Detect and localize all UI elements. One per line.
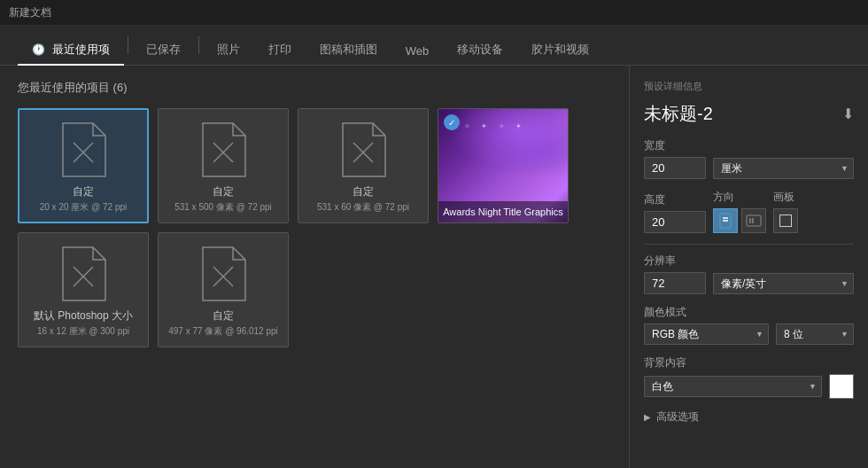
height-input[interactable] <box>644 211 706 233</box>
bg-content-row: 白色 背景色 透明 ▼ <box>644 374 854 399</box>
preset-sublabel-5: 16 x 12 厘米 @ 300 ppi <box>37 325 129 338</box>
resolution-unit-select[interactable]: 像素/英寸 像素/厘米 <box>713 273 854 294</box>
doc-icon-3 <box>337 120 389 180</box>
tab-photos[interactable]: 照片 <box>203 35 254 65</box>
bg-content-label: 背景内容 <box>644 355 854 370</box>
panel-section-title: 预设详细信息 <box>644 80 854 93</box>
orientation-buttons <box>713 208 766 233</box>
height-label: 高度 <box>644 192 706 207</box>
doc-icon-6 <box>198 244 249 304</box>
color-mode-wrapper: RGB 颜色 CMYK 颜色 灰度 ▼ <box>644 324 769 345</box>
preset-card-custom4[interactable]: 自定 497 x 77 像素 @ 96.012 ppi <box>158 232 289 347</box>
tab-filmvideo[interactable]: 胶片和视频 <box>517 35 603 65</box>
advanced-options-toggle[interactable]: ▶ 高级选项 <box>644 410 854 425</box>
bg-content-wrapper: 白色 背景色 透明 ▼ <box>644 376 822 397</box>
preset-card-custom1[interactable]: 自定 20 x 20 厘米 @ 72 ppi <box>18 108 149 223</box>
awards-label: Awards Night Title Graphics <box>438 201 568 222</box>
color-mode-field-block: 颜色模式 RGB 颜色 CMYK 颜色 灰度 ▼ 8 位 16 位 32 位 <box>644 305 854 345</box>
portrait-btn[interactable] <box>713 208 738 233</box>
preset-sublabel-6: 497 x 77 像素 @ 96.012 ppi <box>168 325 278 338</box>
tab-mobile[interactable]: 移动设备 <box>443 35 517 65</box>
resolution-row: 像素/英寸 像素/厘米 ▼ <box>644 272 854 294</box>
preset-sublabel-3: 531 x 60 像素 @ 72 ppi <box>317 201 409 214</box>
svg-rect-13 <box>747 215 761 226</box>
width-unit-select[interactable]: 厘米 像素 英寸 毫米 <box>713 158 854 179</box>
bit-depth-select[interactable]: 8 位 16 位 32 位 <box>776 324 854 345</box>
color-mode-select[interactable]: RGB 颜色 CMYK 颜色 灰度 <box>644 324 769 345</box>
tab-divider-1 <box>128 36 128 54</box>
canvas-label: 画板 <box>773 190 800 205</box>
preset-sublabel-1: 20 x 20 厘米 @ 72 ppi <box>40 201 128 214</box>
width-row: 厘米 像素 英寸 毫米 ▼ <box>644 157 854 179</box>
tab-recent[interactable]: 🕐 最近使用项 <box>18 35 124 65</box>
preset-card-photoshop[interactable]: 默认 Photoshop 大小 16 x 12 厘米 @ 300 ppi <box>18 232 149 347</box>
title-bar: 新建文档 <box>0 0 868 25</box>
preset-label-3: 自定 <box>353 185 374 199</box>
preset-card-custom2[interactable]: 自定 531 x 500 像素 @ 72 ppi <box>158 108 289 223</box>
doc-icon-2 <box>198 120 249 180</box>
orientation-label: 方向 <box>713 190 766 205</box>
doc-icon-1 <box>58 120 109 180</box>
preset-label-5: 默认 Photoshop 大小 <box>34 309 133 324</box>
height-group: 高度 <box>644 192 706 233</box>
canvas-square-icon <box>779 214 792 227</box>
preset-label-1: 自定 <box>73 185 94 199</box>
canvas-btn[interactable] <box>773 208 798 233</box>
width-input[interactable] <box>644 157 706 179</box>
height-orientation-block: 高度 方向 <box>644 190 854 233</box>
tab-illustrate[interactable]: 图稿和插图 <box>306 35 391 65</box>
color-mode-row: RGB 颜色 CMYK 颜色 灰度 ▼ 8 位 16 位 32 位 ▼ <box>644 324 854 345</box>
bit-depth-wrapper: 8 位 16 位 32 位 ▼ <box>776 324 854 345</box>
landscape-btn[interactable] <box>741 208 766 233</box>
resolution-unit-wrapper: 像素/英寸 像素/厘米 ▼ <box>713 273 854 294</box>
bg-color-swatch[interactable] <box>829 374 854 399</box>
advanced-label: 高级选项 <box>656 410 699 425</box>
preset-sublabel-2: 531 x 500 像素 @ 72 ppi <box>174 201 272 214</box>
save-cloud-icon[interactable]: ⬇ <box>842 105 854 122</box>
title-bar-label: 新建文档 <box>9 5 51 20</box>
tab-divider-2 <box>198 36 199 54</box>
left-panel: 您最近使用的项目 (6) 自定 20 x 20 厘米 @ 72 ppi <box>0 66 629 468</box>
orientation-group: 方向 <box>713 190 766 233</box>
resolution-field-block: 分辨率 像素/英寸 像素/厘米 ▼ <box>644 254 854 294</box>
width-label: 宽度 <box>644 138 854 153</box>
width-unit-wrapper: 厘米 像素 英寸 毫米 ▼ <box>713 158 854 179</box>
tab-saved[interactable]: 已保存 <box>132 35 195 65</box>
divider-1 <box>644 244 854 245</box>
clock-icon: 🕐 <box>32 43 45 56</box>
bg-content-field-block: 背景内容 白色 背景色 透明 ▼ <box>644 355 854 399</box>
width-field-block: 宽度 厘米 像素 英寸 毫米 ▼ <box>644 138 854 179</box>
resolution-label: 分辨率 <box>644 254 854 269</box>
bg-content-select[interactable]: 白色 背景色 透明 <box>644 376 822 397</box>
resolution-input[interactable] <box>644 272 706 294</box>
advanced-arrow-icon: ▶ <box>644 412 651 422</box>
right-panel: 预设详细信息 未标题-2 ⬇ 宽度 厘米 像素 英寸 毫米 ▼ <box>629 66 868 468</box>
presets-grid: 自定 20 x 20 厘米 @ 72 ppi 自定 531 x 500 像素 @… <box>18 108 611 347</box>
tab-print[interactable]: 打印 <box>254 35 306 65</box>
section-title: 您最近使用的项目 (6) <box>18 80 611 96</box>
preset-card-custom3[interactable]: 自定 531 x 60 像素 @ 72 ppi <box>298 108 429 223</box>
tab-web[interactable]: Web <box>391 37 444 65</box>
preset-label-6: 自定 <box>213 309 234 324</box>
preset-label-2: 自定 <box>213 185 234 199</box>
selected-check-badge: ✓ <box>444 114 460 130</box>
main-content: 您最近使用的项目 (6) 自定 20 x 20 厘米 @ 72 ppi <box>0 66 868 468</box>
canvas-group: 画板 <box>773 190 800 233</box>
preset-card-awards[interactable]: ✓ Awards Night Title Graphics <box>438 108 569 223</box>
doc-title-text: 未标题-2 <box>644 102 713 126</box>
color-mode-label: 颜色模式 <box>644 305 854 320</box>
doc-title-row: 未标题-2 ⬇ <box>644 102 854 126</box>
doc-icon-5 <box>58 244 109 304</box>
tab-navigation: 🕐 最近使用项 已保存 照片 打印 图稿和插图 Web 移动设备 胶片和视频 <box>0 25 868 66</box>
